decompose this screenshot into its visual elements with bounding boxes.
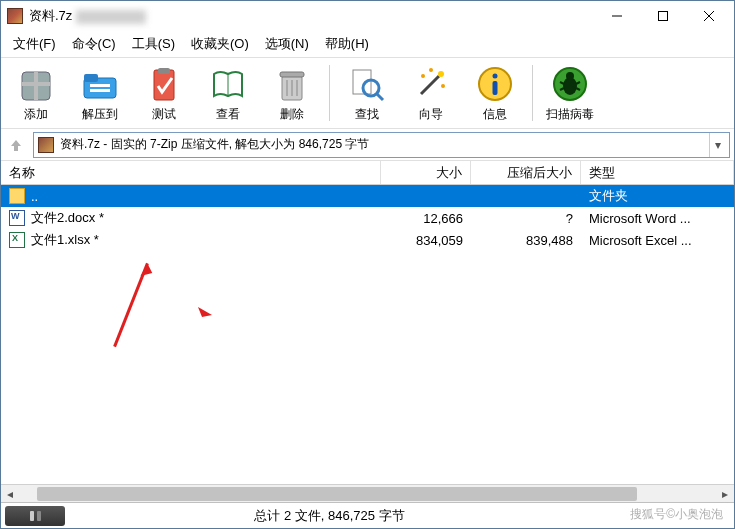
horizontal-scrollbar[interactable]: ◂ ▸ (1, 484, 734, 502)
extract-label: 解压到 (82, 106, 118, 123)
status-indicator (5, 506, 65, 526)
extract-button[interactable]: 解压到 (69, 60, 131, 126)
main-window: 资料.7z 文件(F) 命令(C) 工具(S) 收藏夹(O) 选项(N) 帮助(… (0, 0, 735, 529)
annotation-arrow-small (196, 305, 216, 325)
file-type: Microsoft Excel ... (581, 233, 734, 248)
svg-point-24 (421, 74, 425, 78)
wizard-button[interactable]: 向导 (400, 60, 462, 126)
trash-icon (272, 64, 312, 104)
title-bar[interactable]: 资料.7z (1, 1, 734, 31)
svg-point-28 (493, 73, 498, 78)
svg-rect-8 (84, 74, 98, 82)
folder-extract-icon (80, 64, 120, 104)
search-icon (347, 64, 387, 104)
file-type: 文件夹 (581, 187, 734, 205)
file-name: 文件2.docx * (31, 209, 104, 227)
col-type[interactable]: 类型 (581, 161, 734, 184)
delete-label: 删除 (280, 106, 304, 123)
clipboard-check-icon (144, 64, 184, 104)
list-body[interactable]: ..文件夹文件2.docx *12,666?Microsoft Word ...… (1, 185, 734, 484)
add-label: 添加 (24, 106, 48, 123)
wizard-label: 向导 (419, 106, 443, 123)
info-label: 信息 (483, 106, 507, 123)
view-button[interactable]: 查看 (197, 60, 259, 126)
svg-point-25 (441, 84, 445, 88)
folder-icon (9, 188, 25, 204)
status-bar: 总计 2 文件, 846,725 字节 (1, 502, 734, 528)
menu-file[interactable]: 文件(F) (5, 32, 64, 56)
table-row[interactable]: ..文件夹 (1, 185, 734, 207)
find-button[interactable]: 查找 (336, 60, 398, 126)
address-box[interactable]: 资料.7z - 固实的 7-Zip 压缩文件, 解包大小为 846,725 字节… (33, 132, 730, 158)
svg-point-23 (438, 71, 444, 77)
file-size: 12,666 (381, 211, 471, 226)
menu-tools[interactable]: 工具(S) (124, 32, 183, 56)
address-dropdown[interactable]: ▾ (709, 133, 725, 157)
svg-line-21 (377, 94, 383, 100)
info-icon (475, 64, 515, 104)
file-type: Microsoft Word ... (581, 211, 734, 226)
scroll-left-button[interactable]: ◂ (1, 485, 19, 503)
column-headers: 名称 大小 压缩后大小 类型 (1, 161, 734, 185)
scan-button[interactable]: 扫描病毒 (539, 60, 601, 126)
svg-rect-12 (158, 68, 170, 74)
file-size: 834,059 (381, 233, 471, 248)
test-label: 测试 (152, 106, 176, 123)
archive-add-icon (16, 64, 56, 104)
find-label: 查找 (355, 106, 379, 123)
menu-command[interactable]: 命令(C) (64, 32, 124, 56)
up-button[interactable] (5, 134, 27, 156)
book-icon (208, 64, 248, 104)
xlsx-icon (9, 232, 25, 248)
annotation-arrow (97, 253, 165, 358)
info-button[interactable]: 信息 (464, 60, 526, 126)
minimize-button[interactable] (594, 1, 640, 31)
svg-point-32 (566, 72, 574, 80)
svg-rect-15 (280, 72, 304, 77)
close-button[interactable] (686, 1, 732, 31)
svg-rect-9 (90, 84, 110, 87)
wand-icon (411, 64, 451, 104)
toolbar-divider-2 (532, 65, 533, 121)
svg-rect-29 (493, 81, 498, 95)
svg-rect-10 (90, 89, 110, 92)
svg-marker-38 (139, 263, 152, 276)
maximize-button[interactable] (640, 1, 686, 31)
scroll-right-button[interactable]: ▸ (716, 485, 734, 503)
svg-marker-39 (198, 307, 212, 317)
file-name: 文件1.xlsx * (31, 231, 99, 249)
col-size[interactable]: 大小 (381, 161, 471, 184)
svg-line-37 (108, 263, 155, 346)
app-icon (7, 8, 23, 24)
delete-button[interactable]: 删除 (261, 60, 323, 126)
menu-options[interactable]: 选项(N) (257, 32, 317, 56)
path-bar: 资料.7z - 固实的 7-Zip 压缩文件, 解包大小为 846,725 字节… (1, 129, 734, 161)
svg-rect-6 (22, 82, 50, 86)
archive-icon (38, 137, 54, 153)
svg-point-26 (429, 68, 433, 72)
add-button[interactable]: 添加 (5, 60, 67, 126)
col-packed[interactable]: 压缩后大小 (471, 161, 581, 184)
status-summary: 总计 2 文件, 846,725 字节 (65, 507, 734, 525)
test-button[interactable]: 测试 (133, 60, 195, 126)
file-list: 名称 大小 压缩后大小 类型 ..文件夹文件2.docx *12,666?Mic… (1, 161, 734, 502)
file-packed-size: ? (471, 211, 581, 226)
table-row[interactable]: 文件2.docx *12,666?Microsoft Word ... (1, 207, 734, 229)
blurred-text (76, 10, 146, 24)
svg-rect-11 (154, 70, 174, 100)
toolbar-divider (329, 65, 330, 121)
menu-help[interactable]: 帮助(H) (317, 32, 377, 56)
svg-line-22 (421, 76, 439, 94)
svg-rect-1 (659, 12, 668, 21)
toolbar: 添加 解压到 测试 查看 删除 (1, 57, 734, 129)
table-row[interactable]: 文件1.xlsx *834,059839,488Microsoft Excel … (1, 229, 734, 251)
scroll-thumb[interactable] (37, 487, 637, 501)
file-name: .. (31, 189, 38, 204)
col-name[interactable]: 名称 (1, 161, 381, 184)
view-label: 查看 (216, 106, 240, 123)
docx-icon (9, 210, 25, 226)
address-text: 资料.7z - 固实的 7-Zip 压缩文件, 解包大小为 846,725 字节 (60, 136, 709, 153)
menu-favorites[interactable]: 收藏夹(O) (183, 32, 257, 56)
bug-icon (550, 64, 590, 104)
window-title: 资料.7z (29, 7, 594, 25)
